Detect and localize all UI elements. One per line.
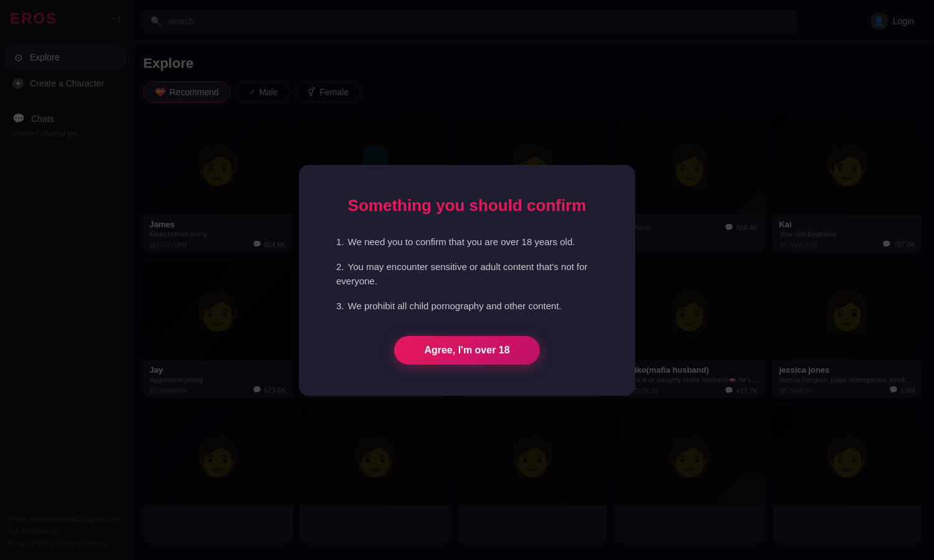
modal-title: Something you should confirm bbox=[336, 196, 598, 215]
modal-item-3: 3.We prohibit all child pornography and … bbox=[336, 299, 598, 314]
modal-item-1: 1.We need you to confirm that you are ov… bbox=[336, 235, 598, 250]
modal-overlay: Something you should confirm 1.We need y… bbox=[0, 0, 934, 560]
modal-list: 1.We need you to confirm that you are ov… bbox=[336, 235, 598, 314]
modal-item-2: 2.You may encounter sensitive or adult c… bbox=[336, 260, 598, 288]
confirmation-modal: Something you should confirm 1.We need y… bbox=[299, 165, 635, 396]
agree-button[interactable]: Agree, I'm over 18 bbox=[394, 336, 539, 365]
